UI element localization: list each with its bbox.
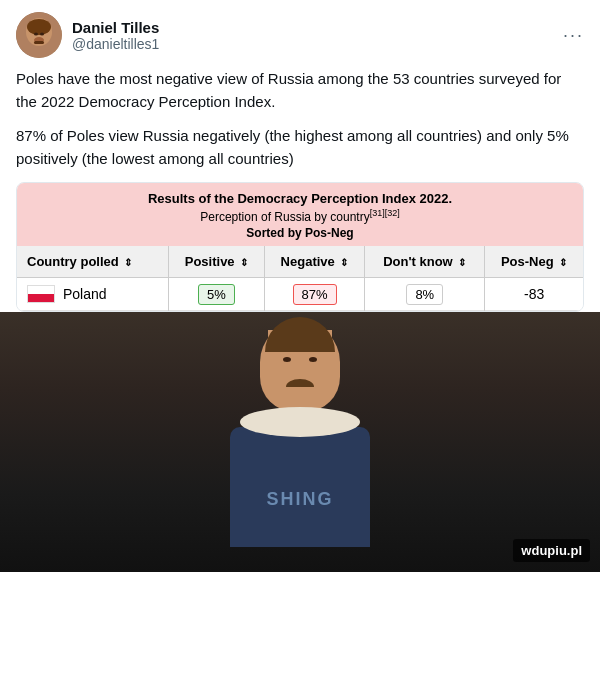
person-collar	[240, 407, 360, 437]
sweater-text: SHING	[266, 479, 333, 510]
tweet-body: Poles have the most negative view of Rus…	[16, 68, 584, 170]
cell-dont-know: 8%	[365, 278, 485, 311]
col-header-positive[interactable]: Positive ⇕	[169, 246, 264, 278]
image-inner: SHING	[0, 312, 600, 572]
flag-poland	[27, 285, 55, 303]
data-table: Country polled ⇕ Positive ⇕ Negative ⇕ D…	[17, 246, 583, 311]
eye-left	[283, 357, 291, 362]
person-body: SHING	[230, 427, 370, 547]
col-header-dont-know[interactable]: Don't know ⇕	[365, 246, 485, 278]
avatar-image	[16, 12, 62, 58]
more-options-button[interactable]: ···	[563, 25, 584, 46]
col-header-country[interactable]: Country polled ⇕	[17, 246, 169, 278]
tweet-header: Daniel Tilles @danieltilles1 ···	[16, 12, 584, 58]
flag-bottom	[28, 294, 54, 302]
person-hair	[265, 317, 335, 352]
dont-know-value: 8%	[406, 284, 443, 305]
table-header-row: Country polled ⇕ Positive ⇕ Negative ⇕ D…	[17, 246, 583, 278]
table-row: Poland 5% 87% 8% -83	[17, 278, 583, 311]
user-handle: @danieltilles1	[72, 36, 159, 52]
cell-negative: 87%	[264, 278, 365, 311]
table-card: Results of the Democracy Perception Inde…	[16, 182, 584, 312]
country-name: Poland	[63, 286, 107, 302]
user-info: Daniel Tilles @danieltilles1	[72, 19, 159, 52]
cell-country: Poland	[17, 278, 169, 311]
watermark: wdupiu.pl	[513, 539, 590, 562]
negative-value: 87%	[293, 284, 337, 305]
sort-arrow-country[interactable]: ⇕	[124, 257, 132, 268]
user-name: Daniel Tilles	[72, 19, 159, 36]
svg-point-2	[27, 19, 51, 35]
tweet-header-left: Daniel Tilles @danieltilles1	[16, 12, 159, 58]
bottom-image: SHING wdupiu.pl	[0, 312, 600, 572]
tweet-container: Daniel Tilles @danieltilles1 ··· Poles h…	[0, 0, 600, 312]
positive-value: 5%	[198, 284, 235, 305]
table-header-sort: Sorted by Pos-Neg	[29, 226, 571, 240]
cell-positive: 5%	[169, 278, 264, 311]
avatar	[16, 12, 62, 58]
sort-arrow-negative[interactable]: ⇕	[340, 257, 348, 268]
col-header-pos-neg[interactable]: Pos-Neg ⇕	[485, 246, 583, 278]
tweet-paragraph-2: 87% of Poles view Russia negatively (the…	[16, 125, 584, 170]
tweet-paragraph-1: Poles have the most negative view of Rus…	[16, 68, 584, 113]
eye-right	[309, 357, 317, 362]
country-cell: Poland	[27, 285, 162, 303]
person-eyes	[260, 357, 340, 362]
flag-top	[28, 286, 54, 294]
sort-arrow-dont-know[interactable]: ⇕	[458, 257, 466, 268]
subtitle-sup: [31][32]	[370, 208, 400, 218]
subtitle-text: Perception of Russia by country	[200, 210, 369, 224]
cell-pos-neg: -83	[485, 278, 583, 311]
mustache	[286, 379, 314, 387]
person-head	[260, 322, 340, 412]
pos-neg-value: -83	[524, 286, 544, 302]
svg-point-4	[40, 33, 44, 36]
sort-arrow-pos-neg[interactable]: ⇕	[559, 257, 567, 268]
table-header: Results of the Democracy Perception Inde…	[17, 183, 583, 246]
table-header-title: Results of the Democracy Perception Inde…	[29, 191, 571, 206]
sort-arrow-positive[interactable]: ⇕	[240, 257, 248, 268]
person-figure: SHING	[210, 322, 390, 562]
col-header-negative[interactable]: Negative ⇕	[264, 246, 365, 278]
svg-point-3	[34, 33, 38, 36]
table-header-subtitle: Perception of Russia by country[31][32]	[29, 208, 571, 224]
svg-rect-6	[34, 41, 44, 44]
